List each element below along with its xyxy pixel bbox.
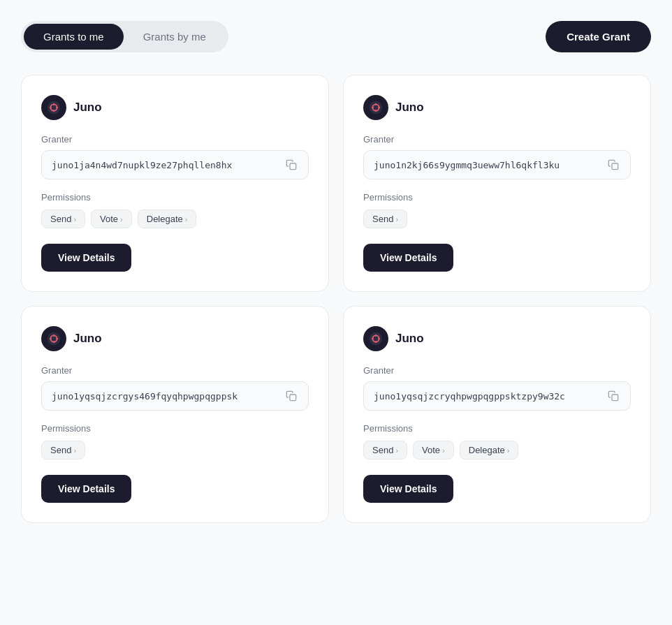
svg-point-11 xyxy=(372,107,374,109)
address-field: juno1ja4n4wd7nupkl9ze27phqllen8hx xyxy=(41,150,309,179)
granter-label: Granter xyxy=(41,134,309,145)
svg-rect-6 xyxy=(290,163,296,170)
svg-point-21 xyxy=(370,332,382,345)
cards-grid: Juno Granter juno1ja4n4wd7nupkl9ze27phql… xyxy=(21,75,651,523)
card-header: Juno xyxy=(41,95,309,120)
permissions-list: Send › xyxy=(41,441,309,459)
card-header: Juno xyxy=(41,326,309,351)
chain-name: Juno xyxy=(395,101,424,115)
chevron-right-icon: › xyxy=(507,446,510,455)
svg-point-19 xyxy=(56,338,58,340)
grant-card-2: Juno Granter juno1n2kj66s9ygmmq3ueww7hl6… xyxy=(343,75,651,292)
permission-label: Send xyxy=(372,445,393,455)
create-grant-button[interactable]: Create Grant xyxy=(546,21,651,52)
grant-card-1: Juno Granter juno1ja4n4wd7nupkl9ze27phql… xyxy=(21,75,329,292)
juno-icon xyxy=(363,95,388,120)
view-details-button[interactable]: View Details xyxy=(363,475,453,503)
card-header: Juno xyxy=(363,326,631,351)
permission-tag-delegate[interactable]: Delegate › xyxy=(138,209,197,228)
permission-tag-send[interactable]: Send › xyxy=(363,441,407,459)
permissions-list: Send › Vote › Delegate › xyxy=(41,209,309,228)
view-details-button[interactable]: View Details xyxy=(41,475,131,503)
svg-point-2 xyxy=(53,103,55,105)
chevron-right-icon: › xyxy=(73,215,76,223)
juno-icon xyxy=(363,326,388,351)
permission-tag-vote[interactable]: Vote › xyxy=(413,441,454,459)
svg-point-17 xyxy=(53,341,55,343)
permission-tag-send[interactable]: Send › xyxy=(41,441,85,459)
svg-point-24 xyxy=(375,341,377,343)
permission-label: Send xyxy=(50,445,71,455)
permissions-list: Send › xyxy=(363,209,631,228)
svg-point-3 xyxy=(53,110,55,112)
juno-icon xyxy=(41,95,66,120)
card-header: Juno xyxy=(363,95,631,120)
permission-label: Delegate xyxy=(469,445,505,455)
chevron-right-icon: › xyxy=(395,215,398,223)
permission-label: Send xyxy=(50,214,71,224)
tab-group: Grants to me Grants by me xyxy=(21,21,228,52)
svg-point-18 xyxy=(50,338,52,340)
permission-label: Vote xyxy=(100,214,118,224)
permissions-label: Permissions xyxy=(41,192,309,203)
copy-address-button[interactable] xyxy=(284,158,298,172)
svg-rect-27 xyxy=(612,395,618,401)
permission-label: Vote xyxy=(422,445,440,455)
address-field: juno1yqsqjzcryqhpwgpqgppsktzpy9w32c xyxy=(363,381,631,411)
permission-label: Delegate xyxy=(147,214,183,224)
tab-grants-by-me[interactable]: Grants by me xyxy=(124,24,226,50)
permission-tag-delegate[interactable]: Delegate › xyxy=(460,441,519,459)
svg-point-4 xyxy=(50,107,52,109)
permission-label: Send xyxy=(372,214,393,224)
permission-tag-vote[interactable]: Vote › xyxy=(91,209,132,228)
svg-rect-20 xyxy=(290,395,296,401)
tab-grants-to-me[interactable]: Grants to me xyxy=(24,24,124,50)
permission-tag-send[interactable]: Send › xyxy=(363,209,407,228)
permissions-list: Send › Vote › Delegate › xyxy=(363,441,631,459)
chevron-right-icon: › xyxy=(73,446,76,455)
grant-card-4: Juno Granter juno1yqsqjzcryqhpwgpqgppskt… xyxy=(343,306,651,523)
svg-point-0 xyxy=(48,101,60,114)
top-bar: Grants to me Grants by me Create Grant xyxy=(21,21,651,52)
svg-point-9 xyxy=(375,103,377,105)
svg-point-10 xyxy=(375,110,377,112)
address-field: juno1yqsqjzcrgys469fqyqhpwgpqgppsk xyxy=(41,381,309,411)
granter-address: juno1ja4n4wd7nupkl9ze27phqllen8hx xyxy=(52,160,279,170)
chain-name: Juno xyxy=(73,332,102,346)
granter-address: juno1yqsqjzcrgys469fqyqhpwgpqgppsk xyxy=(52,391,279,402)
permission-tag-send[interactable]: Send › xyxy=(41,209,85,228)
permissions-label: Permissions xyxy=(363,192,631,203)
chevron-right-icon: › xyxy=(185,215,188,223)
address-field: juno1n2kj66s9ygmmq3ueww7hl6qkfl3ku xyxy=(363,150,631,179)
svg-point-14 xyxy=(48,332,60,345)
granter-address: juno1yqsqjzcryqhpwgpqgppsktzpy9w32c xyxy=(374,391,601,402)
juno-icon xyxy=(41,326,66,351)
svg-point-12 xyxy=(378,107,380,109)
svg-point-25 xyxy=(372,338,374,340)
granter-label: Granter xyxy=(363,134,631,145)
granter-address: juno1n2kj66s9ygmmq3ueww7hl6qkfl3ku xyxy=(374,160,601,170)
chevron-right-icon: › xyxy=(395,446,398,455)
permissions-label: Permissions xyxy=(363,423,631,434)
chain-name: Juno xyxy=(395,332,424,346)
chevron-right-icon: › xyxy=(120,215,123,223)
chevron-right-icon: › xyxy=(442,446,445,455)
svg-point-23 xyxy=(375,334,377,337)
copy-address-button[interactable] xyxy=(606,158,620,172)
copy-address-button[interactable] xyxy=(606,389,620,403)
granter-label: Granter xyxy=(41,365,309,376)
permissions-label: Permissions xyxy=(41,423,309,434)
chain-name: Juno xyxy=(73,101,102,115)
view-details-button[interactable]: View Details xyxy=(41,244,131,272)
svg-rect-13 xyxy=(612,163,618,170)
copy-address-button[interactable] xyxy=(284,389,298,403)
svg-point-26 xyxy=(378,338,380,340)
svg-point-5 xyxy=(56,107,58,109)
svg-point-7 xyxy=(370,101,382,114)
view-details-button[interactable]: View Details xyxy=(363,244,453,272)
granter-label: Granter xyxy=(363,365,631,376)
grant-card-3: Juno Granter juno1yqsqjzcrgys469fqyqhpwg… xyxy=(21,306,329,523)
svg-point-16 xyxy=(53,334,55,337)
